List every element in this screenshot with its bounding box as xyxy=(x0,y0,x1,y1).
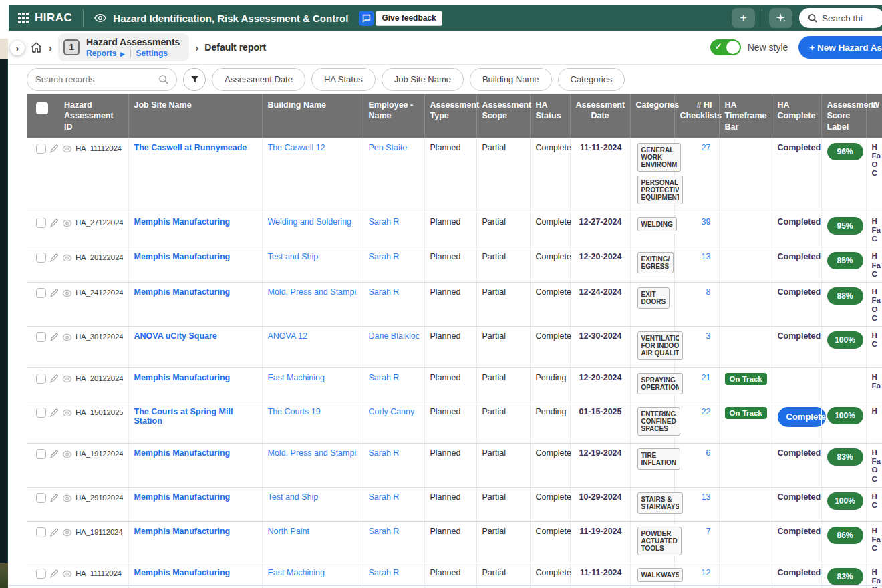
filter-pill-ha-status[interactable]: HA Status xyxy=(311,68,376,91)
hi-checklists-count[interactable]: 27 xyxy=(702,143,711,152)
give-feedback-button[interactable]: Give feedback xyxy=(359,11,442,26)
view-icon[interactable] xyxy=(62,333,72,342)
edit-icon[interactable] xyxy=(49,289,59,298)
edit-icon[interactable] xyxy=(49,218,59,228)
row-checkbox[interactable] xyxy=(36,569,46,579)
hi-checklists-count[interactable]: 3 xyxy=(706,331,711,341)
row-checkbox[interactable] xyxy=(36,374,46,384)
row-checkbox[interactable] xyxy=(36,493,46,503)
hi-checklists-count[interactable]: 13 xyxy=(702,252,711,261)
home-icon[interactable] xyxy=(30,41,43,54)
row-checkbox[interactable] xyxy=(36,288,46,298)
building-link[interactable]: Welding and Soldering xyxy=(268,217,357,227)
building-link[interactable]: Mold, Press and Stamping xyxy=(268,287,357,297)
job-site-link[interactable]: The Courts at Spring Mill Station xyxy=(134,407,233,426)
view-icon[interactable] xyxy=(62,144,72,154)
building-link[interactable]: The Caswell 12 xyxy=(268,143,357,152)
building-link[interactable]: East Machining xyxy=(268,373,357,382)
new-hazard-assessment-button[interactable]: + New Hazard As xyxy=(798,36,882,59)
new-style-toggle[interactable]: ✓ xyxy=(710,39,741,55)
employee-link[interactable]: Sarah R xyxy=(369,448,419,458)
edit-icon[interactable] xyxy=(49,374,59,384)
filter-pill-categories[interactable]: Categories xyxy=(558,68,625,91)
row-checkbox[interactable] xyxy=(36,253,46,263)
hi-checklists-count[interactable]: 13 xyxy=(702,492,711,502)
hi-checklists-count[interactable]: 12 xyxy=(702,568,711,577)
job-site-link[interactable]: Memphis Manufacturing xyxy=(134,448,231,458)
job-site-link[interactable]: Memphis Manufacturing xyxy=(134,217,231,227)
search-records-input[interactable]: Search records xyxy=(27,68,177,91)
edit-icon[interactable] xyxy=(49,569,59,579)
row-checkbox[interactable] xyxy=(36,218,46,228)
app-grid-icon[interactable] xyxy=(18,13,29,23)
ha-status: Complete xyxy=(530,283,570,327)
job-site-link[interactable]: ANOVA uCity Square xyxy=(134,331,217,341)
employee-link[interactable]: Sarah R xyxy=(369,252,419,261)
building-link[interactable]: East Machining xyxy=(268,568,357,577)
complete-button[interactable]: Complete xyxy=(778,407,826,427)
view-icon[interactable] xyxy=(62,494,72,503)
hi-checklists-count[interactable]: 22 xyxy=(702,407,711,416)
expand-sidebar-button[interactable]: › xyxy=(10,41,25,55)
employee-link[interactable]: Sarah R xyxy=(369,217,419,227)
row-checkbox[interactable] xyxy=(36,449,46,459)
edit-icon[interactable] xyxy=(49,253,59,263)
edit-icon[interactable] xyxy=(49,408,59,418)
view-icon[interactable] xyxy=(62,408,72,418)
building-link[interactable]: Mold, Press and Stamping xyxy=(268,448,357,458)
global-search-input[interactable]: Search thi xyxy=(799,8,882,28)
job-site-link[interactable]: Memphis Manufacturing xyxy=(134,527,231,536)
building-link[interactable]: Test and Ship xyxy=(268,252,357,261)
row-checkbox[interactable] xyxy=(36,408,46,418)
building-link[interactable]: North Paint xyxy=(268,527,357,536)
view-icon[interactable] xyxy=(62,253,72,263)
hazard-assessment-id: HA_19112024_72 xyxy=(76,528,123,536)
employee-link[interactable]: Sarah R xyxy=(369,527,419,536)
view-icon[interactable] xyxy=(62,450,72,459)
settings-link[interactable]: Settings xyxy=(136,49,168,58)
edit-icon[interactable] xyxy=(49,528,59,537)
view-icon[interactable] xyxy=(62,528,72,537)
employee-link[interactable]: Sarah R xyxy=(369,287,419,297)
job-site-link[interactable]: Memphis Manufacturing xyxy=(134,287,231,297)
hi-checklists-count[interactable]: 39 xyxy=(702,217,711,227)
add-button[interactable]: + xyxy=(732,8,755,28)
job-site-link[interactable]: The Caswell at Runnymeade xyxy=(134,143,247,152)
view-icon[interactable] xyxy=(62,218,72,228)
job-site-link[interactable]: Memphis Manufacturing xyxy=(134,568,231,577)
employee-link[interactable]: Dane Blaiklock xyxy=(369,331,419,341)
breadcrumb-separator: › xyxy=(49,42,52,53)
building-link[interactable]: The Courts 19 xyxy=(268,407,357,416)
edit-icon[interactable] xyxy=(49,494,59,503)
hi-checklists-count[interactable]: 7 xyxy=(706,527,711,536)
employee-link[interactable]: Pen Staite xyxy=(369,143,419,152)
reports-menu-link[interactable]: Reports ▶ xyxy=(86,49,125,58)
building-link[interactable]: Test and Ship xyxy=(268,492,357,502)
job-site-link[interactable]: Memphis Manufacturing xyxy=(134,252,231,261)
select-all-checkbox[interactable] xyxy=(36,102,48,114)
filter-pill-job-site-name[interactable]: Job Site Name xyxy=(382,68,464,91)
row-checkbox[interactable] xyxy=(36,144,46,154)
ai-sparkle-button[interactable] xyxy=(769,8,792,28)
view-icon[interactable] xyxy=(62,374,72,384)
edit-icon[interactable] xyxy=(49,144,59,154)
row-checkbox[interactable] xyxy=(36,332,46,342)
job-site-link[interactable]: Memphis Manufacturing xyxy=(134,492,231,502)
hi-checklists-count[interactable]: 8 xyxy=(706,287,711,297)
job-site-link[interactable]: Memphis Manufacturing xyxy=(134,373,231,382)
employee-link[interactable]: Sarah R xyxy=(369,373,419,382)
view-icon[interactable] xyxy=(62,569,72,579)
filter-button[interactable] xyxy=(183,68,206,91)
edit-icon[interactable] xyxy=(49,333,59,342)
employee-link[interactable]: Corly Canny xyxy=(369,407,419,416)
building-link[interactable]: ANOVA 12 xyxy=(268,331,357,341)
view-icon[interactable] xyxy=(62,289,72,298)
edit-icon[interactable] xyxy=(49,450,59,459)
hi-checklists-count[interactable]: 6 xyxy=(706,448,711,458)
filter-pill-assessment-date[interactable]: Assessment Date xyxy=(212,68,305,91)
employee-link[interactable]: Sarah R xyxy=(369,492,419,502)
employee-link[interactable]: Sarah R xyxy=(369,568,419,577)
filter-pill-building-name[interactable]: Building Name xyxy=(470,68,552,91)
row-checkbox[interactable] xyxy=(36,527,46,537)
hi-checklists-count[interactable]: 21 xyxy=(702,373,711,382)
